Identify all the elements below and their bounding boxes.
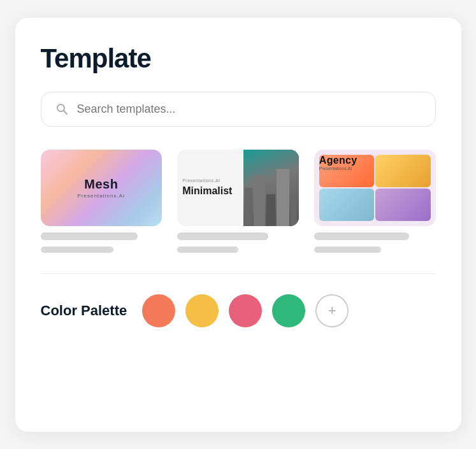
search-bar[interactable] [41,92,436,127]
agency-photo-3 [319,189,374,221]
agency-title: Agency [319,155,357,166]
color-palette-section: Color Palette + [41,294,436,327]
main-card: Template Mesh Presentations.AI Presentat… [15,18,461,432]
skeleton-bar-4 [177,246,238,253]
mesh-title: Mesh [84,177,118,192]
template-thumb-agency[interactable]: Agency Presentations.AI [314,150,436,226]
agency-photo-2 [375,155,430,187]
mesh-subtitle: Presentations.AI [77,193,125,199]
color-circle-green[interactable] [272,294,305,327]
color-circle-pink[interactable] [229,294,262,327]
template-col-agency: Agency Presentations.AI [314,150,436,253]
search-input[interactable] [77,103,421,116]
color-circle-yellow[interactable] [185,294,219,327]
skeleton-bar-5 [314,232,409,240]
skeleton-bar-3 [177,232,268,240]
divider [41,273,436,274]
agency-photo-4 [375,189,430,221]
template-col-minimalist: Presentations.AI Minimalist [177,150,299,253]
minimalist-left-panel: Presentations.AI Minimalist [177,150,243,226]
agency-sub: Presentations.AI [319,166,357,171]
svg-line-1 [64,111,67,114]
add-color-button[interactable]: + [315,294,349,327]
template-thumb-minimalist[interactable]: Presentations.AI Minimalist [177,150,299,226]
page-title: Template [41,43,436,74]
template-col-mesh: Mesh Presentations.AI [41,150,162,253]
templates-grid: Mesh Presentations.AI Presentations.AI M… [41,150,436,253]
template-thumb-mesh[interactable]: Mesh Presentations.AI [41,150,162,226]
skeleton-bar-1 [41,232,138,240]
search-icon [55,103,68,115]
agency-header: Agency Presentations.AI [319,155,357,171]
building-graphic [243,150,299,226]
color-circle-coral[interactable] [142,294,175,327]
minimalist-label: Presentations.AI [182,178,220,183]
minimalist-title: Minimalist [182,185,232,197]
skeleton-bar-2 [41,246,113,253]
minimalist-right-panel [243,150,299,226]
skeleton-bar-6 [314,246,381,253]
color-palette-label: Color Palette [41,303,127,319]
